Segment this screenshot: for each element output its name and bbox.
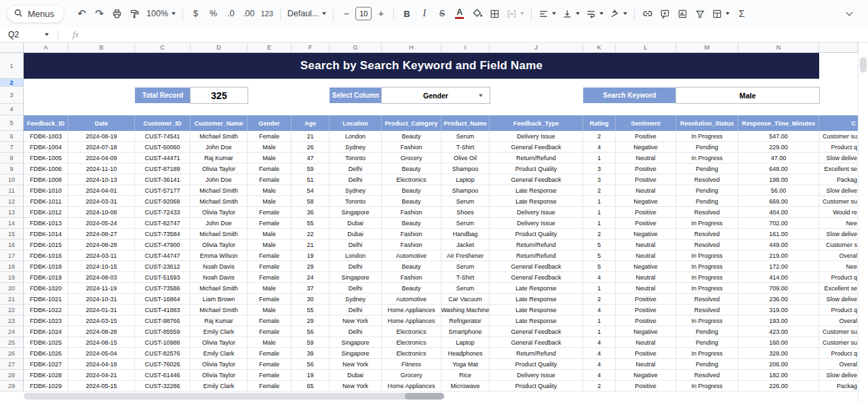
cell[interactable]: Grocery [382, 370, 441, 381]
cell[interactable]: Overal [819, 315, 858, 326]
cell[interactable]: In Progress [676, 283, 738, 294]
row-header-23[interactable]: 23 [0, 315, 24, 326]
cell[interactable]: 59 [292, 337, 330, 348]
cell[interactable]: Excellent se [819, 283, 858, 294]
cell[interactable]: Neutral [616, 239, 676, 250]
cell[interactable]: FDBK-1004 [24, 142, 68, 153]
cell[interactable]: 2024-11-19 [68, 283, 135, 294]
cell[interactable]: 2024-10-13 [68, 174, 135, 185]
cell[interactable]: 2024-04-09 [68, 153, 135, 164]
row-header-19[interactable]: 19 [0, 272, 24, 283]
insert-chart-button[interactable] [674, 5, 691, 22]
cell[interactable]: Serum [441, 261, 490, 272]
cell[interactable]: Product Quality [490, 381, 583, 391]
cell[interactable]: 2024-10-15 [68, 261, 135, 272]
cell[interactable]: Electronics [382, 348, 441, 359]
cell[interactable]: 2024-05-04 [68, 348, 135, 359]
cell[interactable]: Shampoo [441, 164, 490, 174]
cell[interactable]: Positive [616, 305, 676, 315]
cell[interactable]: Male [248, 185, 292, 196]
cell[interactable]: Automotive [382, 294, 441, 305]
cell[interactable]: 47 [292, 153, 330, 164]
cell[interactable]: Negative [616, 326, 676, 337]
cell[interactable]: In Progress [676, 348, 738, 359]
cell[interactable]: Home Appliances [382, 381, 441, 391]
cell[interactable]: Olivia Taylor [191, 370, 248, 381]
create-filter-button[interactable] [692, 5, 709, 22]
cell[interactable]: 226.00 [738, 381, 819, 391]
cell[interactable]: 2024-08-15 [68, 337, 135, 348]
cell[interactable]: FDBK-1006 [24, 164, 68, 174]
cell[interactable]: Product q [819, 305, 858, 315]
cell[interactable]: In Progress [676, 261, 738, 272]
cell[interactable]: Customer su [819, 337, 858, 348]
cell[interactable]: Delhi [330, 239, 382, 250]
row-header-1[interactable]: 1 [0, 53, 24, 79]
cell[interactable]: Female [248, 348, 292, 359]
cell[interactable]: CUST-85559 [135, 326, 191, 337]
cell[interactable]: CUST-36141 [135, 174, 191, 185]
cell[interactable]: Female [248, 164, 292, 174]
cell[interactable]: Male [248, 239, 292, 250]
cell[interactable]: London [330, 250, 382, 261]
table-header-cell[interactable]: Resolution_Status [676, 115, 738, 131]
cell[interactable]: Pending [676, 164, 738, 174]
increase-font-size-button[interactable]: + [372, 5, 389, 22]
column-header-M[interactable]: M [676, 43, 738, 53]
format-percent-button[interactable]: % [205, 5, 222, 22]
column-header-I[interactable]: I [441, 43, 490, 53]
cell[interactable]: Female [248, 207, 292, 218]
vertical-scrollbar-thumb[interactable] [860, 57, 867, 73]
cell[interactable]: Positive [616, 315, 676, 326]
total-record-value[interactable]: 325 [190, 87, 248, 104]
cell[interactable]: 2024-08-19 [68, 131, 135, 142]
cell[interactable]: Emily Clark [191, 326, 248, 337]
cell[interactable]: 161.00 [738, 229, 819, 239]
cell[interactable]: Pending [676, 196, 738, 207]
cell[interactable]: CUST-47900 [135, 239, 191, 250]
cell[interactable]: Late Response [490, 283, 583, 294]
more-formats-button[interactable]: 123 [258, 5, 275, 22]
merge-cells-button[interactable] [504, 5, 527, 22]
cell[interactable]: Customer su [819, 196, 858, 207]
cell[interactable]: Male [248, 283, 292, 294]
cell[interactable]: 2024-03-15 [68, 315, 135, 326]
cell[interactable]: FDBK-1015 [24, 239, 68, 250]
column-header-D[interactable]: D [191, 43, 248, 53]
column-header-partial[interactable] [819, 43, 858, 53]
cell[interactable]: Beauty [382, 261, 441, 272]
cell[interactable]: 4 [583, 272, 616, 283]
cell[interactable]: FDBK-1003 [24, 131, 68, 142]
cell[interactable]: Yoga Mat [441, 359, 490, 370]
cell[interactable]: FDBK-1021 [24, 294, 68, 305]
row-header-8[interactable]: 8 [0, 153, 24, 164]
cell[interactable]: Singapore [330, 207, 382, 218]
cell[interactable]: FDBK-1018 [24, 261, 68, 272]
select-column-label[interactable]: Select Column [330, 88, 382, 103]
row-header-18[interactable]: 18 [0, 261, 24, 272]
cell[interactable]: Would re [819, 207, 858, 218]
column-header-H[interactable]: H [382, 43, 441, 53]
table-header-cell[interactable]: Product_Name [441, 115, 490, 131]
cell[interactable]: 55 [292, 218, 330, 229]
cell[interactable]: Olivia Taylor [191, 239, 248, 250]
horizontal-align-button[interactable] [536, 5, 559, 22]
cell[interactable]: Female [248, 359, 292, 370]
cell[interactable]: 1 [583, 315, 616, 326]
cell[interactable]: Dubai [330, 229, 382, 239]
decrease-decimal-button[interactable]: .0 [222, 5, 239, 22]
cell[interactable]: CUST-51593 [135, 272, 191, 283]
cell[interactable]: 1 [583, 153, 616, 164]
cell[interactable]: Neutral [616, 272, 676, 283]
cell[interactable]: CUST-61446 [135, 370, 191, 381]
cell[interactable]: John Doe [191, 142, 248, 153]
cell[interactable]: Headphones [441, 348, 490, 359]
cell[interactable]: 21 [292, 239, 330, 250]
cell[interactable]: Delivery Issue [490, 370, 583, 381]
cell[interactable]: Sydney [330, 142, 382, 153]
cell[interactable]: CUST-23612 [135, 261, 191, 272]
cell[interactable]: Resolved [676, 370, 738, 381]
select-column-dropdown[interactable]: Gender [381, 87, 490, 104]
cell[interactable]: 2024-08-03 [68, 272, 135, 283]
cell[interactable]: Michael Smith [191, 305, 248, 315]
